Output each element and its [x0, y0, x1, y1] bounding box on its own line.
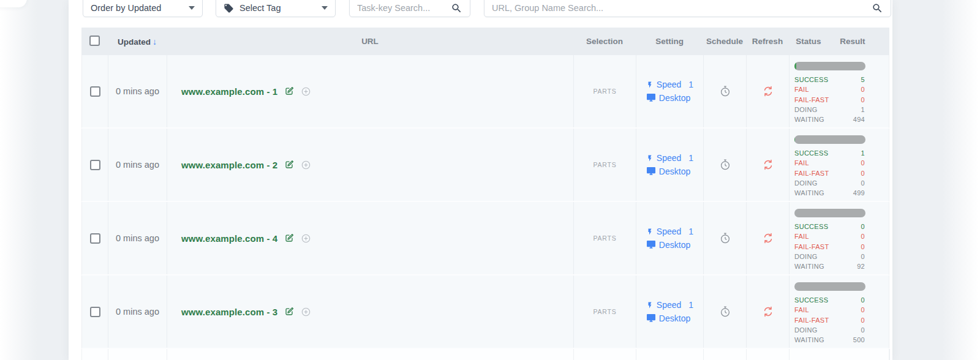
table-body: 0 mins ago www.example.com - 1 PARTS	[81, 55, 889, 349]
result-value-doing: 0	[861, 325, 865, 335]
setting-cell: Speed 1 Desktop	[636, 202, 704, 274]
result-value-fail: 0	[861, 158, 865, 168]
add-circle-icon[interactable]	[301, 160, 311, 170]
timer-icon[interactable]	[719, 306, 731, 318]
url-group-search-box	[484, 0, 891, 17]
refresh-icon[interactable]	[762, 232, 774, 244]
refresh-icon[interactable]	[762, 306, 774, 318]
result-value-fail-fast: 0	[861, 242, 865, 252]
order-by-select[interactable]: Order by Updated	[83, 0, 203, 17]
status-progress-bar	[794, 282, 865, 291]
bolt-icon	[646, 301, 654, 310]
selection-text: PARTS	[593, 161, 616, 168]
row-checkbox[interactable]	[90, 307, 100, 317]
url-link[interactable]: www.example.com - 3	[181, 307, 277, 317]
url-link[interactable]: www.example.com - 2	[181, 160, 277, 170]
result-label-success: SUCCESS	[794, 75, 828, 84]
schedule-cell	[704, 276, 747, 348]
speed-setting[interactable]: Speed 1	[646, 153, 693, 163]
result-list: SUCCESS 5 FAIL 0 FAIL-FAST 0 DOING 1 WAI…	[794, 75, 865, 124]
refresh-cell	[747, 55, 790, 127]
result-label-fail: FAIL	[794, 158, 809, 168]
selection-cell: PARTS	[574, 276, 636, 348]
refresh-cell	[747, 202, 790, 274]
device-setting[interactable]: Desktop	[646, 240, 690, 250]
updated-cell: 0 mins ago	[108, 202, 167, 274]
result-label-doing: DOING	[794, 325, 818, 335]
updated-cell: 0 mins ago	[108, 276, 167, 348]
bolt-icon	[646, 80, 654, 89]
speed-setting[interactable]: Speed 1	[646, 227, 693, 236]
timer-icon[interactable]	[719, 85, 731, 97]
edit-icon[interactable]	[284, 159, 295, 170]
result-label-waiting: WAITING	[794, 188, 824, 198]
device-setting[interactable]: Desktop	[646, 93, 690, 103]
result-value-fail-fast: 0	[861, 168, 865, 178]
select-all-checkbox[interactable]	[89, 36, 100, 46]
result-value-success: 0	[861, 295, 865, 305]
add-circle-icon[interactable]	[301, 307, 311, 317]
desktop-icon	[646, 167, 656, 176]
search-icon[interactable]	[872, 2, 883, 14]
row-checkbox-cell	[82, 202, 108, 274]
table-row: 0 mins ago www.example.com - 4 PARTS	[81, 202, 889, 276]
order-by-select-value: Order by Updated	[91, 3, 189, 13]
row-checkbox[interactable]	[90, 86, 100, 97]
refresh-icon[interactable]	[762, 159, 774, 171]
row-checkbox-cell	[82, 276, 108, 348]
progress-success	[794, 62, 796, 70]
row-checkbox[interactable]	[90, 160, 100, 170]
refresh-icon[interactable]	[762, 85, 774, 97]
result-label-fail-fast: FAIL-FAST	[794, 242, 829, 252]
result-value-waiting: 92	[857, 261, 865, 271]
updated-text: 0 mins ago	[116, 307, 159, 317]
timer-icon[interactable]	[719, 232, 731, 244]
header-result: Result	[828, 37, 877, 46]
result-label-waiting: WAITING	[794, 114, 824, 124]
result-list: SUCCESS 0 FAIL 0 FAIL-FAST 0 DOING 0 WAI…	[794, 295, 865, 345]
desktop-icon	[646, 314, 656, 323]
refresh-cell	[747, 276, 790, 348]
tag-select[interactable]: Select Tag	[216, 0, 336, 17]
selection-text: PARTS	[593, 234, 616, 242]
result-list: SUCCESS 1 FAIL 0 FAIL-FAST 0 DOING 0 WAI…	[794, 148, 865, 198]
speed-setting[interactable]: Speed 1	[646, 80, 693, 89]
result-label-fail: FAIL	[794, 84, 809, 94]
url-group-search-input[interactable]	[492, 3, 867, 13]
status-progress-bar	[794, 62, 865, 70]
edit-icon[interactable]	[284, 233, 295, 244]
header-status: Status	[789, 37, 828, 46]
result-value-waiting: 500	[853, 335, 865, 345]
edit-icon[interactable]	[284, 306, 295, 317]
device-setting[interactable]: Desktop	[646, 313, 690, 323]
add-circle-icon[interactable]	[301, 86, 311, 97]
timer-icon[interactable]	[719, 159, 731, 171]
updated-cell: 0 mins ago	[108, 55, 167, 127]
bolt-icon	[646, 227, 654, 236]
schedule-cell	[704, 55, 747, 127]
row-checkbox[interactable]	[90, 233, 100, 244]
updated-text: 0 mins ago	[116, 233, 159, 243]
speed-setting[interactable]: Speed 1	[646, 300, 693, 310]
selection-cell: PARTS	[574, 129, 636, 201]
selection-text: PARTS	[593, 308, 616, 315]
add-circle-icon[interactable]	[301, 233, 311, 244]
result-value-success: 1	[861, 148, 865, 158]
task-table: Updated↓ URL Selection Setting Schedule …	[81, 28, 889, 360]
status-result-cell: SUCCESS 0 FAIL 0 FAIL-FAST 0 DOING 0 WAI…	[790, 276, 890, 348]
url-link[interactable]: www.example.com - 4	[181, 233, 277, 244]
device-setting[interactable]: Desktop	[646, 167, 690, 176]
chevron-down-icon	[322, 6, 328, 10]
sort-desc-icon: ↓	[153, 37, 157, 47]
setting-cell: Speed 1 Desktop	[636, 276, 704, 348]
header-updated[interactable]: Updated↓	[108, 37, 167, 47]
search-icon[interactable]	[451, 2, 462, 14]
updated-cell: 0 mins ago	[108, 129, 167, 201]
background-card-corner	[0, 0, 27, 7]
task-key-search-input[interactable]	[357, 3, 446, 13]
task-key-search-box	[349, 0, 470, 17]
url-link[interactable]: www.example.com - 1	[181, 86, 277, 97]
url-cell: www.example.com - 3	[167, 276, 574, 348]
header-refresh: Refresh	[746, 37, 789, 46]
edit-icon[interactable]	[284, 86, 295, 97]
